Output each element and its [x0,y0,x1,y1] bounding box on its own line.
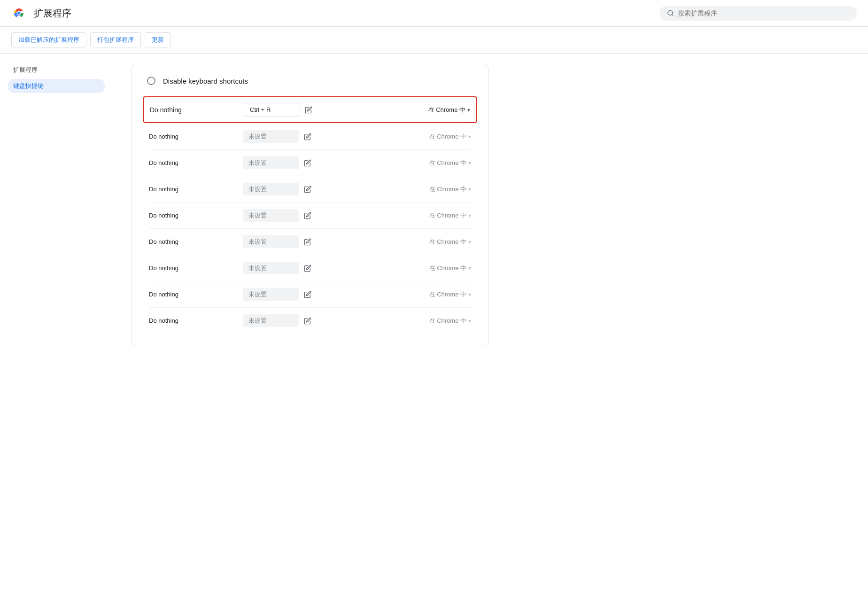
shortcut-key-input[interactable] [243,262,299,274]
shortcut-key-box [243,235,410,248]
shortcut-label: Do nothing [149,133,243,140]
scope-label: 在 Chrome 中 [428,106,465,114]
scope-select: 在 Chrome 中▾ [410,185,471,194]
scope-select: 在 Chrome 中▾ [410,159,471,167]
card-title: Disable keyboard shortcuts [163,77,248,85]
shortcut-key-box [243,314,410,327]
edit-shortcut-icon[interactable] [303,211,312,220]
shortcut-key-input[interactable] [243,314,299,327]
shortcut-label: Do nothing [149,238,243,245]
shortcut-key-box [243,262,410,274]
shortcut-row: Do nothing在 Chrome 中▾ [149,307,471,334]
pack-extension-button[interactable]: 打包扩展程序 [90,32,141,47]
scope-label: 在 Chrome 中 [429,317,466,325]
scope-label: 在 Chrome 中 [429,185,466,194]
update-button[interactable]: 更新 [145,32,171,47]
scope-select: 在 Chrome 中▾ [410,238,471,246]
chevron-down-icon: ▾ [468,291,471,298]
scope-label: 在 Chrome 中 [429,211,466,220]
scope-label: 在 Chrome 中 [429,159,466,167]
edit-shortcut-icon[interactable] [303,132,312,141]
scope-select: 在 Chrome 中▾ [410,211,471,220]
header: 扩展程序 [0,0,868,27]
scope-label: 在 Chrome 中 [429,132,466,141]
shortcut-rows-area: Do nothing在 Chrome 中▾Do nothing在 Chrome … [147,96,473,334]
shortcut-key-input[interactable] [243,156,299,169]
svg-point-3 [17,12,20,15]
edit-shortcut-icon[interactable] [303,185,312,194]
card-header: Disable keyboard shortcuts [147,77,473,85]
chevron-down-icon: ▾ [468,133,471,140]
scope-label: 在 Chrome 中 [429,290,466,299]
search-icon [667,9,674,17]
content-area: Disable keyboard shortcuts Do nothing在 C… [113,54,868,596]
shortcut-row: Do nothing在 Chrome 中▾ [149,255,471,281]
keyboard-shortcuts-card: Disable keyboard shortcuts Do nothing在 C… [132,65,488,345]
shortcut-label: Do nothing [149,186,243,193]
shortcut-key-input[interactable] [243,183,299,195]
shortcut-label: Do nothing [150,106,244,114]
shortcut-label: Do nothing [149,264,243,272]
shortcut-row: Do nothing在 Chrome 中▾ [149,176,471,202]
shortcut-row: Do nothing在 Chrome 中▾ [149,281,471,307]
svg-line-5 [672,15,673,16]
shortcut-key-box [243,288,410,301]
chevron-down-icon: ▾ [468,265,471,272]
shortcut-key-input[interactable] [243,209,299,222]
shortcut-row: Do nothing在 Chrome 中▾ [149,149,471,176]
scope-label: 在 Chrome 中 [429,264,466,272]
shortcut-key-box [243,209,410,222]
chevron-down-icon: ▾ [468,186,471,193]
shortcut-key-input[interactable] [244,103,300,117]
search-bar [659,6,857,21]
chevron-down-icon[interactable]: ▾ [467,107,470,113]
shortcut-key-input[interactable] [243,130,299,143]
chevron-down-icon: ▾ [468,160,471,166]
sidebar-item-keyboard[interactable]: 键盘快捷键 [8,79,105,93]
chrome-logo-icon [11,6,26,21]
shortcut-label: Do nothing [149,159,243,166]
chevron-down-icon: ▾ [468,212,471,219]
sidebar-item-extensions[interactable]: 扩展程序 [8,63,105,77]
scope-label: 在 Chrome 中 [429,238,466,246]
edit-shortcut-icon[interactable] [304,105,313,115]
shortcut-row: Do nothing在 Chrome 中▾ [149,123,471,149]
search-input[interactable] [678,9,849,17]
disable-radio[interactable] [147,77,155,85]
shortcut-key-input[interactable] [243,235,299,248]
shortcut-label: Do nothing [149,291,243,298]
shortcut-row: Do nothing在 Chrome 中▾ [149,228,471,255]
chevron-down-icon: ▾ [468,239,471,245]
shortcut-label: Do nothing [149,317,243,324]
edit-shortcut-icon[interactable] [303,316,312,326]
chevron-down-icon: ▾ [468,318,471,324]
sidebar: 扩展程序 键盘快捷键 [0,54,113,596]
toolbar: 加载已解压的扩展程序 打包扩展程序 更新 [0,27,868,54]
load-unpacked-button[interactable]: 加载已解压的扩展程序 [11,32,86,47]
shortcut-row: Do nothing在 Chrome 中▾ [143,96,477,123]
shortcut-key-box [244,103,409,117]
scope-select[interactable]: 在 Chrome 中▾ [409,106,470,114]
scope-select: 在 Chrome 中▾ [410,264,471,272]
shortcut-row: Do nothing在 Chrome 中▾ [149,202,471,228]
shortcut-label: Do nothing [149,212,243,219]
edit-shortcut-icon[interactable] [303,290,312,299]
shortcut-key-box [243,183,410,195]
edit-shortcut-icon[interactable] [303,237,312,247]
scope-select: 在 Chrome 中▾ [410,317,471,325]
main-layout: 扩展程序 键盘快捷键 Disable keyboard shortcuts Do… [0,54,868,596]
scope-select: 在 Chrome 中▾ [410,290,471,299]
shortcut-key-input[interactable] [243,288,299,301]
scope-select: 在 Chrome 中▾ [410,132,471,141]
shortcut-key-box [243,156,410,169]
page-title: 扩展程序 [34,7,71,20]
shortcut-key-box [243,130,410,143]
edit-shortcut-icon[interactable] [303,158,312,168]
edit-shortcut-icon[interactable] [303,264,312,273]
